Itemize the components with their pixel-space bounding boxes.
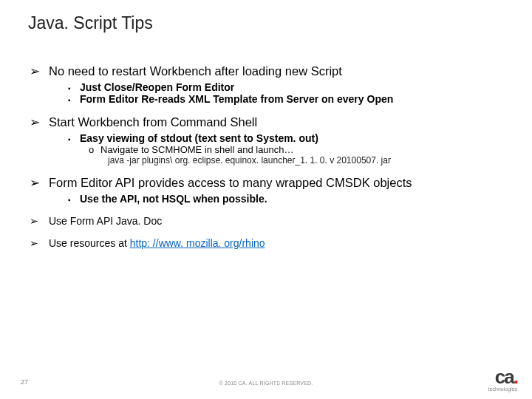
sub-bullet-text: Just Close/Reopen Form Editor (80, 81, 234, 93)
sub-bullet-text: Easy viewing of stdout (text sent to Sys… (80, 132, 318, 144)
bullet-2: ➢ Start Workbench from Command Shell (28, 115, 504, 129)
bullet-group-3: ➢ Form Editor API provides access to man… (28, 176, 504, 205)
subsub-text: Navigate to SCMHOME in shell and launch… (100, 144, 294, 155)
sub-bullet: ▪ Easy viewing of stdout (text sent to S… (68, 132, 504, 144)
bullet-2-text: Start Workbench from Command Shell (49, 115, 257, 129)
triangle-icon: ➢ (28, 176, 49, 190)
sub-bullet: ▪ Form Editor Re-reads XML Template from… (68, 93, 504, 105)
bullet-3-text: Form Editor API provides access to many … (49, 176, 412, 190)
command-text: java -jar plugins\ org. eclipse. equinox… (108, 155, 504, 166)
logo-brand: ca. (488, 369, 517, 385)
sub-bullet: ▪ Use the API, not HSQL when possible. (68, 193, 504, 205)
bullet-group-4: ➢ Use Form API Java. Doc (28, 215, 504, 227)
slide-content: ➢ No need to restart Workbench after loa… (0, 33, 532, 249)
page-number: 27 (21, 378, 28, 386)
bullet-1-text: No need to restart Workbench after loadi… (49, 64, 342, 78)
circle-icon: o (89, 144, 100, 155)
bullet-1: ➢ No need to restart Workbench after loa… (28, 64, 504, 78)
slide-title: Java. Script Tips (0, 0, 532, 33)
bullet-5-content: Use resources at http: //www. mozilla. o… (49, 237, 265, 249)
bullet-4-text: Use Form API Java. Doc (49, 215, 162, 227)
bullet-group-1: ➢ No need to restart Workbench after loa… (28, 64, 504, 105)
triangle-icon: ➢ (28, 237, 49, 249)
triangle-icon: ➢ (28, 215, 49, 227)
square-icon: ▪ (68, 135, 80, 143)
triangle-icon: ➢ (28, 115, 49, 129)
sub-bullet: ▪ Just Close/Reopen Form Editor (68, 81, 504, 93)
bullet-4: ➢ Use Form API Java. Doc (28, 215, 504, 227)
ca-logo: ca. technologies (488, 369, 517, 392)
copyright-text: © 2010 CA. ALL RIGHTS RESERVED. (219, 381, 313, 386)
triangle-icon: ➢ (28, 64, 49, 78)
logo-subtext: technologies (488, 386, 517, 392)
footer: 27 © 2010 CA. ALL RIGHTS RESERVED. (0, 371, 532, 386)
rhino-link[interactable]: http: //www. mozilla. org/rhino (130, 237, 265, 249)
subsub-bullet: o Navigate to SCMHOME in shell and launc… (89, 144, 504, 155)
bullet-5: ➢ Use resources at http: //www. mozilla.… (28, 237, 504, 249)
sub-bullet-text: Use the API, not HSQL when possible. (80, 193, 267, 205)
bullet-group-5: ➢ Use resources at http: //www. mozilla.… (28, 237, 504, 249)
square-icon: ▪ (68, 196, 80, 204)
logo-text: ca (495, 366, 514, 388)
sub-bullet-text: Form Editor Re-reads XML Template from S… (80, 93, 393, 105)
square-icon: ▪ (68, 84, 80, 92)
bullet-5-prefix: Use resources at (49, 237, 130, 249)
bullet-group-2: ➢ Start Workbench from Command Shell ▪ E… (28, 115, 504, 166)
logo-dot-icon: . (514, 366, 517, 388)
bullet-3: ➢ Form Editor API provides access to man… (28, 176, 504, 190)
square-icon: ▪ (68, 96, 80, 104)
